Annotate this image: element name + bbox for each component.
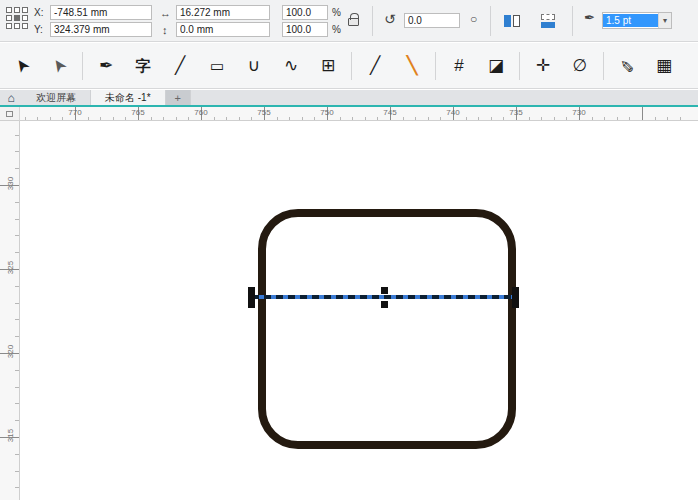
outline-pen-icon: ✒ [584,12,595,24]
chevron-down-icon[interactable]: ▾ [658,13,671,28]
selection-handle[interactable] [248,301,255,308]
new-tab-button[interactable]: + [166,90,191,105]
eyedropper-tool-icon: ✎ [620,57,634,74]
selection-handle[interactable] [248,294,255,301]
ruler-origin-icon [6,111,13,117]
ruler-label: 765 [127,108,149,117]
origin-dot[interactable] [14,15,20,21]
origin-dot[interactable] [6,15,12,21]
ruler-label: 740 [442,108,464,117]
freehand-tool-icon: ∿ [284,57,298,74]
tab-untitled-document[interactable]: 未命名 -1* [91,90,166,105]
horizontal-ruler[interactable]: 770 765 760 755 750 745 740 735 730 [20,107,698,121]
object-origin-selector[interactable] [6,7,28,29]
selection-handle[interactable] [512,287,519,294]
graph-paper-tool[interactable]: ▦ [650,51,678,81]
selection-handle[interactable] [381,287,388,294]
origin-dot[interactable] [6,23,12,29]
rectangle-tool[interactable]: ▭ [203,51,231,81]
scale-vertical-percent: % [332,23,341,37]
scale-vertical-input[interactable] [282,22,328,37]
separator [351,52,352,80]
rectangle-tool-icon: ▭ [210,58,224,73]
ruler-label: 320 [6,342,15,362]
ruler-label: 315 [6,426,15,446]
rounded-rectangle-shape[interactable] [258,209,516,449]
ruler-origin-box[interactable] [0,107,20,121]
origin-dot[interactable] [22,23,28,29]
table-tool-icon: ⊞ [321,57,335,74]
object-height-input[interactable] [176,22,270,37]
pen-tool[interactable]: ✒ [92,51,120,81]
object-height-icon: ↕ [162,24,168,36]
scale-horizontal-input[interactable] [282,5,328,20]
eyedropper-tool[interactable]: ✎ [613,51,641,81]
separator [603,52,604,80]
object-width-input[interactable] [176,5,270,20]
ruler-label: 755 [253,108,275,117]
mirror-vertical-button[interactable] [538,11,558,29]
selection-handle[interactable] [248,287,255,294]
pen-tool-icon: ✒ [99,57,113,74]
ruler-label: 330 [6,174,15,194]
selection-handle[interactable] [381,301,388,308]
smear-tool[interactable]: ∅ [566,51,594,81]
separator [490,6,491,36]
scale-horizontal-percent: % [332,6,341,20]
origin-dot[interactable] [22,7,28,13]
separator [519,52,520,80]
home-icon[interactable]: ⌂ [0,90,22,105]
origin-dot[interactable] [14,7,20,13]
pick-tool[interactable]: ➤ [8,51,36,81]
origin-dot[interactable] [6,7,12,13]
drawing-canvas[interactable] [20,121,698,500]
polyline-tool-icon: ╱ [370,57,380,74]
outline-width-value[interactable]: 1.5 pt [603,14,658,27]
y-position-input[interactable] [50,22,152,37]
separator [572,6,573,36]
rotation-icon: ↺ [384,13,396,25]
tab-welcome-screen[interactable]: 欢迎屏幕 [22,90,91,105]
y-label: Y: [34,23,43,37]
vertical-ruler[interactable]: 330 325 320 315 [0,121,20,500]
dimension-tool[interactable]: ╲ [398,51,426,81]
ruler-label: 750 [316,108,338,117]
selected-line[interactable] [252,295,518,299]
mirror-vertical-icon [541,22,555,28]
ruler-label: 760 [190,108,212,117]
mirror-vertical-icon [541,14,555,20]
transform-tool[interactable]: ✛ [529,51,557,81]
origin-dot[interactable] [14,23,20,29]
freehand-pick-tool[interactable]: ➤ [45,51,73,81]
polyline-tool[interactable]: ╱ [361,51,389,81]
mirror-horizontal-button[interactable] [502,11,522,29]
x-position-input[interactable] [50,5,152,20]
text-tool-icon: 字 [136,58,151,73]
origin-dot[interactable] [22,15,28,21]
freehand-tool[interactable]: ∿ [277,51,305,81]
crop-tool[interactable]: # [445,51,473,81]
ruler-label: 735 [505,108,527,117]
document-tab-bar: ⌂ 欢迎屏幕 未命名 -1* + [0,90,698,105]
mirror-horizontal-icon [504,15,511,27]
mirror-horizontal-icon [513,15,520,27]
rotation-angle-input[interactable] [404,13,460,28]
x-label: X: [34,6,43,20]
rotation-center-icon[interactable]: ○ [470,13,477,25]
arc-tool-icon: ∪ [248,57,260,74]
arc-tool[interactable]: ∪ [240,51,268,81]
selection-handle[interactable] [512,294,519,301]
lock-ratio-button[interactable] [348,18,359,26]
separator [372,6,373,36]
bezier-tool-icon: ╱ [175,57,185,74]
bezier-tool[interactable]: ╱ [166,51,194,81]
eraser-tool[interactable]: ◪ [482,51,510,81]
smear-tool-icon: ∅ [573,57,588,74]
table-tool[interactable]: ⊞ [314,51,342,81]
text-tool[interactable]: 字 [129,51,157,81]
selection-handle[interactable] [512,301,519,308]
ruler-label: 325 [6,258,15,278]
property-bar: X: Y: ↔ ↕ % % ↺ ○ ✒ 1.5 pt ▾ [0,0,698,42]
eraser-tool-icon: ◪ [488,57,504,74]
outline-width-dropdown[interactable]: 1.5 pt ▾ [602,12,672,29]
